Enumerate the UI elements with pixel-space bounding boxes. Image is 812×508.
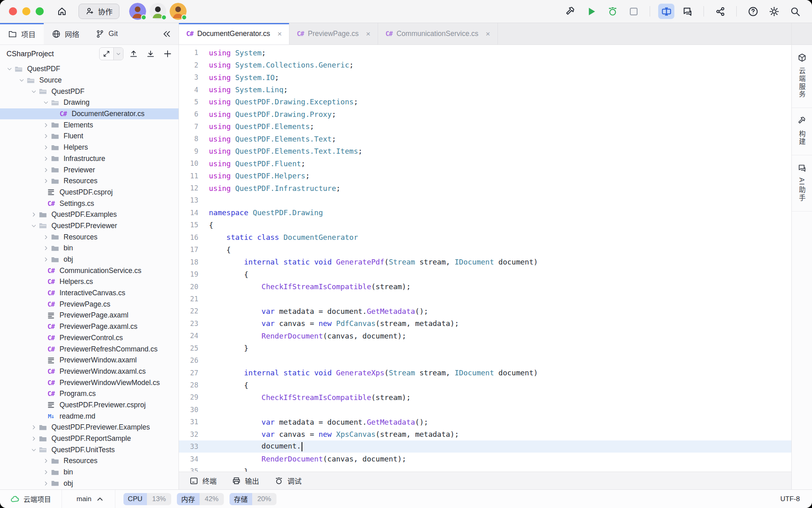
sidebar-tab-网络[interactable]: 网络 <box>44 23 87 44</box>
avatar-1[interactable] <box>129 3 146 20</box>
tree-item-CommunicationService.cs[interactable]: C#CommunicationService.cs <box>0 265 179 276</box>
right-strip-tab-云端服务[interactable]: 云端服务 <box>792 45 812 108</box>
tree-item-Infrastructure[interactable]: Infrastructure <box>0 153 179 165</box>
share-button[interactable] <box>712 4 728 19</box>
code-line-13[interactable]: 13 <box>179 194 791 206</box>
cloud-project-section[interactable]: 云端项目 <box>0 490 62 508</box>
help-button[interactable] <box>745 4 761 19</box>
tree-item-QuestPDF[interactable]: QuestPDF <box>0 86 179 97</box>
tree-item-PreviewerWindow.axaml[interactable]: PreviewerWindow.axaml <box>0 355 179 366</box>
right-strip-tab-AI助手[interactable]: AI助手 <box>792 155 812 212</box>
chevron-down-icon[interactable] <box>29 223 38 229</box>
code-line-10[interactable]: 10using QuestPDF.Fluent; <box>179 157 791 169</box>
chevron-right-icon[interactable] <box>29 436 38 442</box>
code-line-34[interactable]: 34 RenderDocument(canvas, document); <box>179 453 791 465</box>
meter-存储[interactable]: 存储20% <box>230 493 276 505</box>
collaborate-button[interactable]: 协作 <box>79 4 119 19</box>
chevron-right-icon[interactable] <box>41 256 50 262</box>
code-line-19[interactable]: 19 { <box>179 268 791 280</box>
code-line-4[interactable]: 4using System.Linq; <box>179 83 791 95</box>
panel-tab-终端[interactable]: 终端 <box>189 476 217 486</box>
code-line-24[interactable]: 24 RenderDocument(canvas, document); <box>179 330 791 342</box>
code-area[interactable]: 1using System;2using System.Collections.… <box>179 45 791 472</box>
tree-item-obj[interactable]: obj <box>0 254 179 265</box>
tree-item-QuestPDF.Previewer.csproj[interactable]: QuestPDF.Previewer.csproj <box>0 400 179 411</box>
tree-item-Previewer[interactable]: Previewer <box>0 164 179 176</box>
tree-item-obj[interactable]: obj <box>0 478 179 489</box>
expand-all-split-button[interactable] <box>99 47 123 60</box>
code-line-33[interactable]: 33 document. <box>179 440 791 453</box>
chevron-right-icon[interactable] <box>41 144 50 150</box>
code-line-16[interactable]: 16 static class DocumentGenerator <box>179 231 791 243</box>
chevron-right-icon[interactable] <box>41 178 50 184</box>
code-line-18[interactable]: 18 internal static void GeneratePdf(Stre… <box>179 256 791 268</box>
build-button[interactable] <box>562 4 578 19</box>
tree-item-QuestPDF.Previewer.Examples[interactable]: QuestPDF.Previewer.Examples <box>0 422 179 433</box>
tree-item-InteractiveCanvas.cs[interactable]: C#InteractiveCanvas.cs <box>0 288 179 299</box>
code-line-6[interactable]: 6using QuestPDF.Drawing.Proxy; <box>179 108 791 120</box>
avatar-3[interactable] <box>170 3 187 20</box>
settings-button[interactable] <box>766 4 782 19</box>
tree-item-Resources[interactable]: Resources <box>0 455 179 467</box>
chevron-right-icon[interactable] <box>41 122 50 128</box>
tree-item-Resources[interactable]: Resources <box>0 231 179 243</box>
tree-item-PreviewerWindow.axaml.cs[interactable]: C#PreviewerWindow.axaml.cs <box>0 366 179 377</box>
chevron-right-icon[interactable] <box>41 156 50 162</box>
code-line-17[interactable]: 17 { <box>179 243 791 256</box>
code-line-11[interactable]: 11using QuestPDF.Helpers; <box>179 169 791 182</box>
code-line-1[interactable]: 1using System; <box>179 47 791 59</box>
sidebar-tab-Git[interactable]: Git <box>87 23 126 44</box>
meter-CPU[interactable]: CPU13% <box>123 493 171 505</box>
editor-tab-PreviewPage.cs[interactable]: C#PreviewPage.cs× <box>289 23 378 44</box>
collapse-sidebar-button[interactable] <box>155 23 179 44</box>
chevron-right-icon[interactable] <box>41 245 50 251</box>
debug-button[interactable] <box>604 4 621 19</box>
tree-item-Drawing[interactable]: Drawing <box>0 97 179 108</box>
tree-item-PreviewerWindowViewModel.cs[interactable]: C#PreviewerWindowViewModel.cs <box>0 377 179 388</box>
tree-item-QuestPDF.csproj[interactable]: QuestPDF.csproj <box>0 187 179 198</box>
run-button[interactable] <box>583 4 599 19</box>
comments-button[interactable] <box>679 4 695 19</box>
code-line-14[interactable]: 14namespace QuestPDF.Drawing <box>179 207 791 219</box>
new-file-button[interactable] <box>161 47 174 61</box>
panel-tab-输出[interactable]: 输出 <box>232 476 259 486</box>
tree-item-QuestPDF.Previewer[interactable]: QuestPDF.Previewer <box>0 220 179 232</box>
chevron-right-icon[interactable] <box>41 133 50 139</box>
tree-item-Resources[interactable]: Resources <box>0 176 179 187</box>
chevron-down-icon[interactable] <box>17 77 26 83</box>
code-line-15[interactable]: 15{ <box>179 219 791 231</box>
code-line-32[interactable]: 32 var canvas = new XpsCanvas(stream, me… <box>179 428 791 440</box>
chevron-right-icon[interactable] <box>41 480 50 487</box>
close-window-button[interactable] <box>9 7 17 15</box>
tree-item-DocumentGenerator.cs[interactable]: C#DocumentGenerator.cs <box>0 108 179 120</box>
code-line-26[interactable]: 26 <box>179 354 791 366</box>
download-button[interactable] <box>144 47 157 61</box>
code-line-20[interactable]: 20 CheckIfStreamIsCompatible(stream); <box>179 280 791 292</box>
code-line-7[interactable]: 7using QuestPDF.Elements; <box>179 121 791 133</box>
code-line-31[interactable]: 31 var metadata = document.GetMetadata()… <box>179 416 791 428</box>
panel-tab-调试[interactable]: 调试 <box>274 476 302 486</box>
code-line-22[interactable]: 22 var metadata = document.GetMetadata()… <box>179 305 791 317</box>
close-tab-icon[interactable]: × <box>486 30 490 38</box>
tree-item-PreviewerPage.axaml.cs[interactable]: C#PreviewerPage.axaml.cs <box>0 321 179 332</box>
tree-item-QuestPDF.UnitTests[interactable]: QuestPDF.UnitTests <box>0 444 179 455</box>
chevron-right-icon[interactable] <box>29 424 38 430</box>
tree-item-Elements[interactable]: Elements <box>0 119 179 131</box>
chevron-down-icon[interactable] <box>41 99 50 106</box>
chevron-down-icon[interactable] <box>29 89 38 95</box>
close-tab-icon[interactable]: × <box>277 30 282 38</box>
chevron-right-icon[interactable] <box>41 469 50 475</box>
chevron-down-icon[interactable] <box>113 48 123 60</box>
upload-button[interactable] <box>127 47 140 61</box>
code-line-27[interactable]: 27 internal static void GenerateXps(Stre… <box>179 366 791 379</box>
editor-tab-DocumentGenerator.cs[interactable]: C#DocumentGenerator.cs× <box>179 23 289 44</box>
chevron-right-icon[interactable] <box>41 458 50 464</box>
tree-item-readme.md[interactable]: M↓readme.md <box>0 411 179 422</box>
code-line-23[interactable]: 23 var canvas = new PdfCanvas(stream, me… <box>179 318 791 330</box>
tree-item-Helpers[interactable]: Helpers <box>0 142 179 153</box>
tree-item-Fluent[interactable]: Fluent <box>0 131 179 142</box>
code-line-21[interactable]: 21 <box>179 293 791 305</box>
tree-item-bin[interactable]: bin <box>0 243 179 254</box>
tree-item-bin[interactable]: bin <box>0 467 179 478</box>
home-icon[interactable] <box>55 4 69 18</box>
